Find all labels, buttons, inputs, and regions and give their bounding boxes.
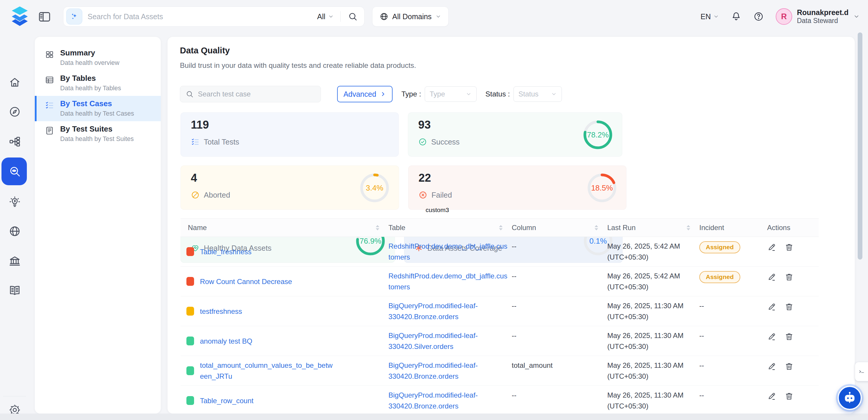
vertical-scrollbar[interactable]: [858, 32, 862, 260]
edit-button[interactable]: [767, 272, 776, 282]
delete-button[interactable]: [784, 332, 794, 341]
table-link[interactable]: BigQueryProd.modified-leaf-330420.Bronze…: [389, 300, 504, 322]
rail-item-domains-globe[interactable]: [8, 225, 21, 238]
edit-button[interactable]: [767, 362, 776, 371]
donut-chart: 78.2%: [583, 119, 613, 150]
menu-item-desc: Data health by Test Suites: [60, 136, 134, 143]
stat-value: 93: [418, 119, 431, 131]
global-search-input[interactable]: [88, 12, 314, 21]
donut-chart: 3.4%: [359, 173, 390, 203]
edit-button[interactable]: [767, 302, 776, 311]
chevron-down-icon: [435, 13, 441, 20]
edit-button[interactable]: [767, 243, 776, 252]
menu-item-by-test-suites[interactable]: By Test SuitesData health by Test Suites: [35, 121, 161, 147]
test-case-link[interactable]: testfreshness: [200, 306, 242, 317]
divider: [3, 396, 26, 396]
sidebar-toggle-icon[interactable]: [38, 10, 51, 24]
test-case-link[interactable]: Row Count Cannot Decrease: [200, 276, 292, 287]
data-quality-menu-panel: SummaryData health overviewBy TablesData…: [35, 37, 161, 414]
test-case-link[interactable]: Table_row_count: [200, 395, 253, 406]
rail-item-glossary-book[interactable]: [8, 284, 21, 297]
home-icon: [8, 76, 21, 88]
table-row: Table_freshnessRedshiftProd.dev.demo_dbt…: [181, 237, 819, 267]
search-icon[interactable]: [348, 11, 358, 22]
notifications-bell-icon[interactable]: [731, 11, 741, 22]
incident-status-badge: Assigned: [699, 271, 740, 283]
insights-bulb-icon: [8, 196, 21, 208]
table-link[interactable]: BigQueryProd.modified-leaf-330420.Silver…: [389, 330, 504, 352]
top-bar: All All Domains EN R Rounakpreet.d Data …: [0, 0, 868, 33]
language-dropdown[interactable]: EN: [701, 12, 719, 21]
rail-item-insights-bulb[interactable]: [8, 195, 21, 208]
table-link[interactable]: RedshiftProd.dev.demo_dbt_jaffle.custome…: [389, 241, 504, 263]
column-header-column[interactable]: Column: [507, 218, 603, 237]
advanced-filter-button[interactable]: Advanced: [337, 86, 393, 102]
trash-icon: [784, 362, 794, 371]
column-header-table[interactable]: Table: [384, 218, 507, 237]
stat-card-total-tests: 119Total Tests: [181, 112, 399, 157]
table-link[interactable]: RedshiftProd.dev.demo_dbt_jaffle.custome…: [389, 270, 504, 292]
ai-sparkle-icon[interactable]: [66, 8, 82, 25]
glossary-book-icon: [8, 284, 21, 297]
table-row: total_amount_column_values_to_be_between…: [181, 356, 819, 386]
test-case-link[interactable]: Table_freshness: [200, 246, 252, 257]
language-value: EN: [701, 12, 711, 21]
column-header-last-run[interactable]: Last Run: [603, 218, 695, 237]
column-cell: total_amount: [507, 356, 603, 386]
app-logo[interactable]: [9, 6, 31, 27]
column-header-name[interactable]: Name: [181, 218, 384, 237]
user-menu[interactable]: R Rounakpreet.d Data Steward: [776, 8, 860, 25]
explore-compass-icon: [8, 106, 21, 118]
delete-button[interactable]: [784, 392, 794, 401]
sort-icon[interactable]: [499, 225, 503, 230]
rail-item-lineage[interactable]: [8, 135, 21, 148]
help-icon[interactable]: [753, 11, 764, 22]
rail-item-data-quality-search[interactable]: [8, 165, 21, 178]
trash-icon: [784, 272, 794, 282]
table-link[interactable]: BigQueryProd.modified-leaf-330420.Bronze…: [389, 390, 504, 412]
sort-icon[interactable]: [376, 225, 379, 230]
type-filter-select[interactable]: Type: [425, 86, 476, 102]
delete-button[interactable]: [784, 243, 794, 252]
svg-text:78.2%: 78.2%: [587, 130, 609, 139]
domains-dropdown[interactable]: All Domains: [372, 6, 448, 27]
trash-icon: [784, 392, 794, 401]
stat-label: Failed: [432, 191, 452, 200]
rail-item-explore-compass[interactable]: [8, 105, 21, 118]
global-search-bar[interactable]: All: [63, 6, 365, 27]
delete-button[interactable]: [784, 272, 794, 282]
pencil-icon: [767, 302, 776, 311]
rail-item-govern-bank[interactable]: [8, 254, 21, 268]
test-case-link[interactable]: anomaly test BQ: [200, 336, 252, 347]
chat-assistant-button[interactable]: [838, 386, 862, 410]
edit-button[interactable]: [767, 332, 776, 341]
delete-button[interactable]: [784, 362, 794, 371]
menu-item-by-tables[interactable]: By TablesData health by Tables: [35, 70, 161, 96]
type-filter-label: Type :: [401, 90, 421, 98]
status-filter-label: Status :: [486, 90, 510, 98]
sort-icon[interactable]: [687, 225, 690, 230]
chevron-down-icon: [713, 13, 719, 20]
incident-cell: --: [695, 296, 763, 326]
search-scope-value: All: [317, 12, 325, 21]
menu-item-summary[interactable]: SummaryData health overview: [35, 45, 161, 70]
last-run-cell: May 26, 2025, 11:30 AM(UTC+05:30): [603, 356, 695, 386]
rail-item-home[interactable]: [8, 76, 21, 89]
domains-label: All Domains: [392, 12, 432, 21]
search-scope-dropdown[interactable]: All: [317, 12, 334, 21]
test-case-search-input[interactable]: [198, 90, 315, 98]
edit-button[interactable]: [767, 392, 776, 401]
test-case-search[interactable]: [180, 86, 321, 102]
status-filter-select[interactable]: Status: [514, 86, 562, 102]
column-cell: --: [507, 267, 603, 296]
test-case-link[interactable]: total_amount_column_values_to_be_between…: [200, 360, 333, 382]
robot-icon: [842, 390, 857, 406]
table-link[interactable]: BigQueryProd.modified-leaf-330420.Bronze…: [389, 360, 504, 382]
menu-item-by-test-cases[interactable]: By Test CasesData health by Test Cases: [35, 96, 161, 121]
delete-button[interactable]: [784, 302, 794, 311]
last-run-cell: May 26, 2025, 11:30 AM(UTC+05:30): [603, 326, 695, 356]
side-widget-handle[interactable]: [855, 362, 868, 381]
domains-globe-icon: [8, 225, 21, 237]
sort-icon[interactable]: [595, 225, 598, 230]
last-run-cell: May 26, 2025, 5:42 AM(UTC+05:30): [603, 237, 695, 266]
